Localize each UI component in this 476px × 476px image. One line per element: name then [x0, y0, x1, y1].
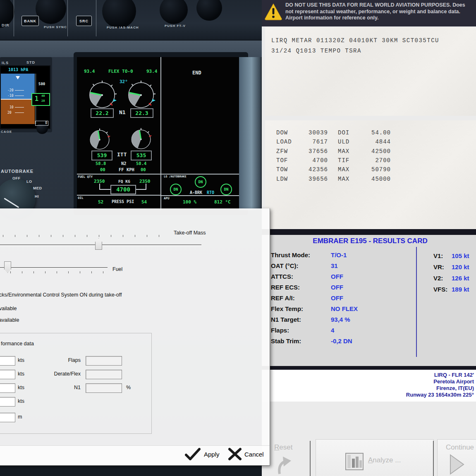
metar-line1: LIRQ METAR 011320Z 04010KT 30KM SCT035TC… [271, 37, 439, 44]
loadsheet-value: 4700 [295, 157, 328, 164]
n1-gauge-left [87, 80, 117, 110]
eicas-divider-h2 [77, 195, 160, 196]
result-value: -0,2 DN [331, 337, 352, 344]
performance-groupbox [0, 333, 152, 434]
itt-gauge-right [129, 128, 153, 151]
cancel-button[interactable]: Cancel [244, 451, 264, 458]
result-label: REF A/I: [271, 294, 295, 301]
ff-value-left: 00 [100, 167, 105, 172]
result-label: Thrust Mode: [271, 251, 310, 258]
vspeed-label: VFS: [433, 286, 452, 293]
flaps-field-label: Flaps [45, 357, 81, 363]
eicas-divider-h1 [77, 174, 160, 175]
speed-input-2[interactable] [0, 370, 15, 379]
toolbar-divider [310, 441, 311, 476]
unit-label: kts [18, 385, 24, 390]
cage-label: CAGE [1, 130, 12, 134]
autobrake-hi: HI [35, 194, 39, 199]
gear-autobrake-label: LG /AUTOBRAKE [164, 175, 187, 178]
n1-input[interactable] [86, 383, 122, 393]
warning-icon [264, 2, 283, 22]
reset-button[interactable]: Reset [274, 443, 292, 452]
loadsheet-label: TOW [276, 166, 288, 173]
n2-label: N2 [121, 161, 127, 166]
unit-label: kts [18, 398, 24, 404]
gear-nose-indicator: DN [195, 176, 206, 188]
unit-label: kts [18, 371, 24, 377]
autobrake-title: AUTOBRAKE [1, 169, 33, 174]
vspeed-value: 126 kt [452, 275, 469, 282]
result-label: ATTCS: [271, 273, 293, 280]
derate-field-label: Derate/Flex [45, 371, 81, 377]
vspeed-value: 105 kt [452, 252, 469, 259]
autobrake-med: MED [33, 186, 42, 190]
speed-input-4[interactable] [0, 397, 15, 407]
speed-input-1[interactable] [0, 356, 15, 366]
n1-unit-label: % [126, 385, 131, 390]
loadsheet-value: 50790 [356, 166, 391, 173]
isis-speed-box [31, 93, 50, 106]
loadsheet-value: 7617 [295, 139, 328, 145]
end-label: END [192, 70, 201, 76]
n1-value-left: 22.2 [91, 108, 114, 118]
separator-strip [262, 229, 476, 235]
apu-label: APU [164, 196, 170, 200]
pitch-line [15, 112, 24, 113]
checkbox-label[interactable]: available [0, 317, 19, 323]
apply-check-icon [185, 448, 201, 460]
loadsheet-value: 37656 [295, 148, 328, 155]
n2-value-right: 58.4 [136, 161, 146, 166]
apply-button[interactable]: Apply [204, 451, 220, 458]
eicas-divider-h4 [161, 195, 239, 196]
pitch-line [15, 107, 24, 108]
pitch-mark: -10 [7, 94, 13, 98]
separator-strip [262, 366, 476, 370]
eicas-divider-h3 [161, 174, 239, 175]
fuel-slider-track[interactable] [0, 267, 108, 269]
pitch-line [15, 90, 24, 91]
result-value: T/O-1 [331, 251, 347, 258]
pitch-line [15, 96, 24, 96]
results-divider [416, 247, 417, 357]
src-button: SRC [76, 16, 92, 26]
loadsheet-value: 4844 [356, 139, 391, 145]
warning-text: DO NOT USE THIS DATA FOR REAL WORLD AVIA… [285, 2, 474, 22]
analyze-chart-icon [345, 453, 364, 470]
vspeed-value: 189 kt [452, 286, 469, 293]
loadsheet-value: 39656 [295, 176, 328, 182]
oil-press-left: 52 [98, 199, 103, 205]
groupbox-legend: formance data [1, 341, 34, 347]
result-label: OAT (°C): [271, 262, 299, 269]
derate-input[interactable] [86, 370, 122, 379]
vspeed-row: VR: 120 kt [433, 263, 475, 270]
flaps-input[interactable] [86, 356, 122, 366]
continue-play-icon [449, 454, 465, 475]
loadsheet-label: LOAD [276, 139, 292, 145]
thrust-mode: FLEX TO-0 [108, 69, 133, 74]
n1-bug-right: 93.4 [146, 69, 158, 74]
n1-gauge-right [126, 80, 156, 110]
airport-line: Runway 23 1654x30m 225° [406, 392, 474, 398]
unit-label: kts [18, 357, 24, 363]
continue-button-label: Continue [446, 443, 474, 452]
unit-label: m [18, 414, 22, 420]
gear-right-indicator: DN [220, 184, 232, 195]
speed-input-3[interactable] [0, 383, 15, 393]
mass-slider-label: Take-off Mass [174, 230, 206, 236]
result-label: REF ECS: [271, 284, 300, 291]
checkbox-label[interactable]: vailable [0, 306, 17, 311]
result-value: 93,4 % [331, 316, 350, 323]
isis-tape-top: 40 [41, 94, 45, 98]
loadsheet-label: DOW [276, 129, 288, 136]
loadsheet-label: MAX [338, 148, 349, 155]
panel-divider [96, 0, 96, 36]
autobrake-lo: LO [26, 179, 32, 184]
pitch-mark: 20 [7, 111, 12, 115]
metar-line2: 31/24 Q1013 TEMPO TSRA [271, 48, 361, 54]
distance-input[interactable] [0, 413, 15, 422]
fuel-slider-ticks [10, 271, 105, 273]
loadsheet-value: 2700 [356, 157, 391, 164]
airport-line: Firenze, IT(EU) [436, 385, 474, 391]
result-label: Flex Temp: [271, 305, 303, 312]
ecs-checkbox-label[interactable]: cks/Environmental Control System ON duri… [0, 292, 122, 298]
